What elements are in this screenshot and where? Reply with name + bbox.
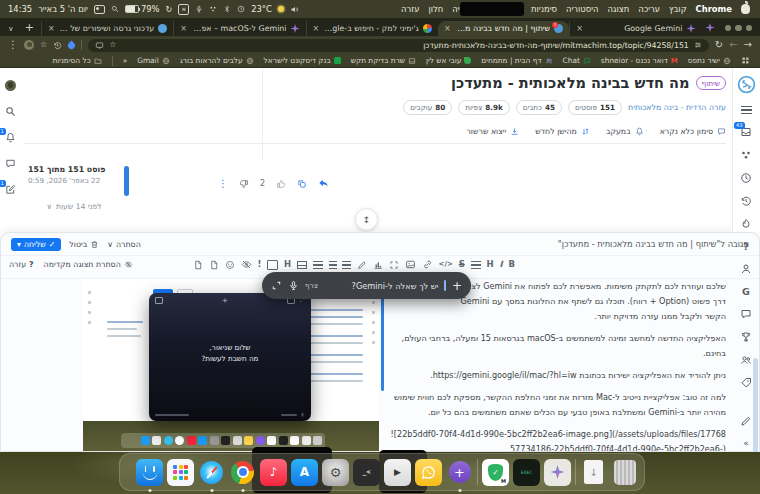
category-link[interactable]: עזרה הדדית - בינה מלאכותית <box>628 103 726 112</box>
reply-icon[interactable] <box>318 178 329 189</box>
recent-icon[interactable] <box>740 172 752 184</box>
italic-icon[interactable]: I <box>499 260 502 269</box>
gemini-floating-bar[interactable]: + יש לך שאלה ל-Gemini? צרף <box>262 272 471 299</box>
table-icon[interactable] <box>297 261 307 269</box>
emoji-icon[interactable] <box>225 260 235 270</box>
dock-system-settings[interactable]: ⚙ <box>322 459 349 486</box>
heading-icon[interactable]: H <box>486 260 493 269</box>
spotlight-search-icon[interactable] <box>111 5 119 13</box>
spoiler-eye-off-icon[interactable] <box>241 259 252 270</box>
gemini-sparkle-icon[interactable] <box>706 23 715 32</box>
all-bookmarks-button[interactable]: כל הסימניות <box>52 56 101 65</box>
post-menu-kebab-icon[interactable]: ⋮ <box>218 178 228 189</box>
align-right-icon[interactable] <box>342 261 351 269</box>
weather-temperature[interactable]: 23°C <box>251 4 272 14</box>
history-icon[interactable] <box>740 195 752 207</box>
tab-close-icon[interactable]: × <box>444 24 451 33</box>
sync-icon[interactable]: ↻ <box>166 5 173 14</box>
notifications-item[interactable]: 1 <box>5 132 16 143</box>
watching-button[interactable]: במעקב <box>606 127 644 136</box>
dock-exec-terminal[interactable]: EXEC <box>513 459 540 486</box>
tab-close-icon[interactable]: × <box>576 24 583 33</box>
vpn-paw-icon[interactable] <box>209 5 217 13</box>
chrome-menu-icon[interactable]: ⋮ <box>8 40 18 50</box>
chart-icon[interactable] <box>373 260 383 270</box>
users-icon[interactable] <box>740 263 752 275</box>
dock-music[interactable]: ♪ <box>260 459 287 486</box>
tab-gemini-macos[interactable]: Gemini ל-macOS – אפליקציה × <box>173 21 305 36</box>
expand-icon[interactable] <box>271 280 282 291</box>
menu-window[interactable]: חלון <box>428 4 443 14</box>
notice-icon[interactable]: ! <box>257 260 261 269</box>
groups-icon[interactable] <box>740 354 752 366</box>
menu-edit[interactable]: עריכה <box>638 4 660 14</box>
link-icon[interactable] <box>422 259 433 270</box>
hide-preview-button[interactable]: הסתרת תצוגה מקדימה <box>44 260 133 269</box>
dock-app-store[interactable]: A <box>291 459 318 486</box>
messages-icon[interactable] <box>5 158 16 169</box>
tab-close-icon[interactable]: × <box>313 24 320 33</box>
forward-icon[interactable]: ← <box>729 40 737 50</box>
thumbs-down-icon[interactable] <box>239 179 249 189</box>
leaderboard-trophy-icon[interactable] <box>740 331 752 343</box>
tab-search-chevron[interactable]: ∨ <box>4 22 18 36</box>
user-avatar[interactable] <box>5 80 16 91</box>
new-topic-pencil-icon[interactable] <box>740 415 752 427</box>
hamburger-menu-icon[interactable] <box>741 106 752 115</box>
menu-help[interactable]: עזרה <box>401 4 419 14</box>
apps-grid-icon[interactable] <box>741 56 750 65</box>
app-menu-chrome[interactable]: Chrome <box>696 4 732 14</box>
chats-icon[interactable] <box>740 308 752 320</box>
tab-close-icon[interactable]: × <box>48 24 55 33</box>
dock-whatsapp[interactable] <box>415 459 442 486</box>
tab-close-icon[interactable]: × <box>180 24 187 33</box>
bold-icon[interactable]: B <box>508 260 514 269</box>
list-icon[interactable] <box>471 261 481 269</box>
bookmark-star-icon[interactable]: ☆ <box>109 41 116 49</box>
pencil-icon[interactable] <box>357 260 367 270</box>
dock-chrome[interactable] <box>229 459 256 486</box>
tags-icon[interactable] <box>740 377 752 389</box>
bookmark-item[interactable]: עלבים להראות בורג <box>180 56 254 65</box>
star-icon[interactable]: ☆ <box>40 41 47 49</box>
bookmarks-overflow-chevron[interactable]: « <box>123 56 128 65</box>
collapse-chevrons-icon[interactable]: » <box>743 438 749 448</box>
page-icon[interactable] <box>193 260 203 270</box>
thumbs-up-icon[interactable] <box>276 179 286 189</box>
tab-version-updates[interactable]: עדכוני גרסה ושיפורים של מתש... × <box>41 21 173 36</box>
back-icon[interactable]: → <box>744 40 752 50</box>
dock-gemini[interactable] <box>544 459 571 486</box>
help-icon[interactable]: ? <box>743 241 749 252</box>
timeline-scrollbar[interactable] <box>124 166 129 196</box>
composer-resize-handle[interactable]: ↕ <box>355 208 378 231</box>
categories-icon[interactable] <box>740 149 752 161</box>
bookmark-item[interactable]: ישיר נתפס <box>688 56 731 65</box>
attach-label[interactable]: צרף <box>305 281 318 290</box>
cancel-button[interactable]: ביטול <box>69 240 99 249</box>
dock-safari[interactable] <box>198 459 225 486</box>
apple-menu-icon[interactable] <box>741 4 750 14</box>
url-text[interactable]: mitmachim.top/topic/94258/151/שיתוף-מה-ח… <box>121 41 688 50</box>
window-controls[interactable] <box>719 25 760 37</box>
dock-terminal[interactable]: >_ <box>353 459 380 486</box>
site-info-icon[interactable] <box>694 41 702 49</box>
dock-purple-plus-app[interactable]: + <box>446 459 473 486</box>
dock-trash[interactable] <box>611 459 638 486</box>
page-template-icon[interactable] <box>209 260 219 270</box>
panel-icon[interactable] <box>267 260 278 270</box>
align-justify-icon[interactable] <box>313 261 323 269</box>
drafts-item[interactable]: 1 <box>5 184 16 195</box>
page-scrollbar[interactable] <box>753 358 758 453</box>
bookmark-item-gmail-inbox[interactable]: Mדואר נכנס - shneior <box>601 56 678 65</box>
zen-mode-icon[interactable] <box>389 260 399 270</box>
time-ago-row[interactable]: ∨ לפני 14 שעות <box>24 202 124 211</box>
composer-textarea[interactable]: שלכם ועוזרת לכם לתקתק משימות. מאפשרת לכם… <box>386 279 726 451</box>
hide-button[interactable]: הסתרה∨ <box>107 240 141 249</box>
bookmark-item[interactable]: שרת בדיקת תקש <box>351 56 416 65</box>
tab-google-search[interactable]: ג'ימיני למק - חיפוש ב-Google × <box>306 21 438 36</box>
battery-indicator[interactable]: 79% <box>125 4 160 14</box>
dock-security-shield[interactable]: ✓M <box>482 459 509 486</box>
new-tab-button[interactable]: + <box>18 21 41 36</box>
menubar-clock[interactable]: 14:35 <box>8 4 32 14</box>
dock-finder[interactable] <box>136 459 163 486</box>
